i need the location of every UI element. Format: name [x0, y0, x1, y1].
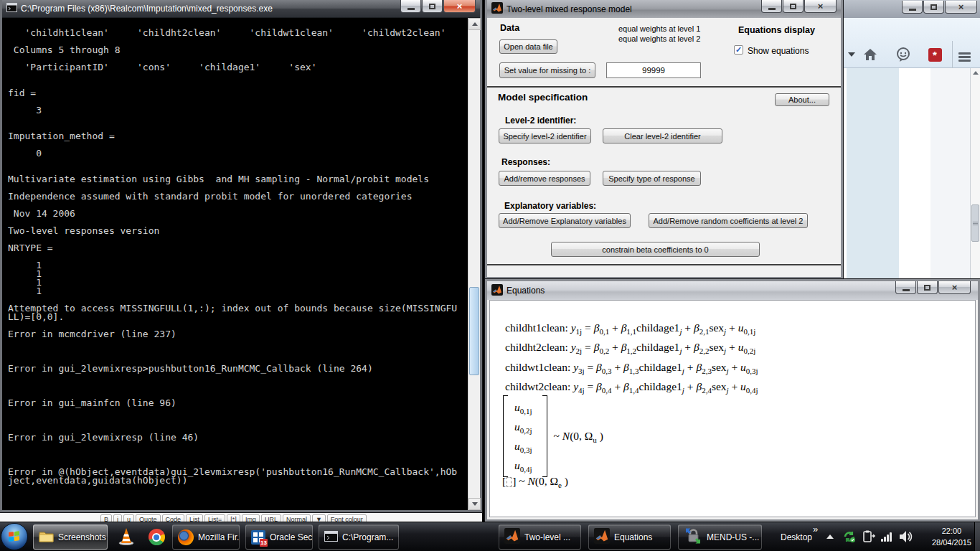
format-button[interactable]: Img: [242, 514, 260, 522]
add-remove-explanatory-button[interactable]: Add/Remove Explanatory variables: [499, 213, 631, 228]
equations-window: Equations × childht1clean: y1j = β0,1 + …: [485, 279, 980, 522]
show-equations-checkbox[interactable]: ✓: [734, 45, 743, 55]
minimize-icon[interactable]: [400, 0, 421, 13]
u-term: u0,2j: [514, 417, 532, 436]
format-button[interactable]: URL: [261, 514, 281, 522]
scrollbar-thumb[interactable]: [971, 204, 979, 242]
chevron-icon[interactable]: »: [813, 524, 818, 534]
about-button[interactable]: About...: [775, 93, 829, 106]
taskbar-item-mend-us[interactable]: MEND-US -...: [678, 524, 762, 550]
scrollbar-thumb[interactable]: [469, 287, 479, 375]
clear-level2-button[interactable]: Clear level-2 identifier: [603, 128, 722, 143]
close-icon[interactable]: ×: [938, 281, 971, 294]
specify-level2-button[interactable]: Specify level-2 identifier: [499, 128, 591, 143]
minimize-icon[interactable]: [761, 0, 782, 13]
chrome-icon: [149, 529, 165, 545]
close-icon[interactable]: ×: [804, 0, 837, 13]
format-button[interactable]: List: [186, 514, 203, 522]
u-vector-terms: u0,1ju0,2ju0,3ju0,4j: [508, 395, 542, 477]
volume-icon[interactable]: [898, 530, 913, 546]
close-icon[interactable]: ×: [945, 1, 977, 14]
equations-canvas: childht1clean: y1j = β0,1 + β1,1childage…: [489, 300, 976, 517]
console-titlebar[interactable]: C:\Program Files (x86)\Realcom\Imputatio…: [2, 0, 480, 18]
scroll-up-icon[interactable]: [468, 18, 481, 30]
menu-icon[interactable]: [958, 47, 974, 62]
restore-icon[interactable]: [422, 0, 443, 13]
home-icon[interactable]: [862, 47, 878, 62]
weights-note: equal weights at level 1 equal weights a…: [618, 24, 700, 44]
taskbar-item-equations[interactable]: Equations: [588, 524, 671, 550]
format-button[interactable]: List=: [204, 514, 225, 522]
taskbar-item-console[interactable]: C:\Program...: [319, 524, 399, 550]
vlc-icon: [118, 527, 135, 547]
taskbar-item-two-level[interactable]: Two-level ...: [499, 524, 581, 550]
console-output: 'childht1clean' 'childht2clean' 'childwt…: [2, 18, 468, 485]
format-button[interactable]: Font colour: [327, 514, 367, 522]
oracle-grid-icon: 13: [251, 530, 265, 545]
show-equations-label[interactable]: Show equations: [748, 46, 809, 56]
format-button[interactable]: Code: [162, 514, 185, 522]
taskbar-item-chrome[interactable]: [143, 524, 170, 550]
set-missing-button[interactable]: Set value for missing to :: [499, 62, 595, 78]
network-signal-icon[interactable]: [881, 532, 892, 542]
taskbar-item-vlc[interactable]: [113, 524, 140, 550]
equations-titlebar[interactable]: Equations ×: [487, 281, 978, 300]
matlab-icon: [594, 528, 610, 546]
format-button[interactable]: Normal: [283, 514, 311, 522]
console-output-area: 'childht1clean' 'childht2clean' 'childwt…: [2, 18, 468, 510]
constrain-beta-button[interactable]: constrain beta coefficients to 0: [551, 242, 760, 257]
console-scrollbar[interactable]: [468, 18, 480, 510]
model-titlebar[interactable]: Two-level mixed response model ×: [487, 0, 841, 18]
minimize-icon[interactable]: [902, 1, 923, 14]
taskbar-item-oracle[interactable]: 13 Oracle Sec...: [245, 524, 313, 550]
dropdown-caret-icon[interactable]: [844, 47, 859, 62]
e-distribution: [] ~ N(0, Ωe ): [502, 475, 568, 488]
explanatory-label: Explanatory variables:: [504, 201, 596, 211]
u-term: u0,4j: [514, 456, 532, 475]
desktop-toolbar[interactable]: Desktop: [781, 532, 812, 542]
format-button[interactable]: B: [100, 514, 112, 522]
data-section-heading: Data: [500, 23, 519, 33]
taskbar-item-screenshots[interactable]: Screenshots: [33, 524, 108, 550]
start-button[interactable]: [1, 523, 28, 550]
tray-clock[interactable]: 22:00 28/04/2015: [932, 525, 971, 548]
add-remove-responses-button[interactable]: Add/remove responses: [499, 171, 590, 186]
specify-type-button[interactable]: Specify type of response: [603, 171, 701, 186]
lastpass-icon[interactable]: *: [927, 47, 943, 62]
minimize-icon[interactable]: [895, 281, 916, 294]
show-desktop-button[interactable]: [974, 522, 980, 551]
level2-label: Level-2 identifier:: [505, 116, 576, 126]
missing-value-input[interactable]: 99999: [606, 62, 701, 78]
format-button[interactable]: ▼: [312, 514, 326, 522]
matlab-icon: [491, 2, 503, 16]
sync-tray-icon[interactable]: [842, 529, 857, 547]
format-button[interactable]: i: [113, 514, 122, 522]
desktop: × *: [0, 0, 980, 551]
scroll-down-icon[interactable]: [468, 498, 481, 510]
hidden-icons-button[interactable]: [826, 534, 834, 539]
equation: childwt1clean: y3j = β0,3 + β1,3childage…: [505, 357, 758, 377]
equation: childwt2clean: y4j = β0,4 + β1,4childage…: [505, 377, 758, 396]
device-tray-icon[interactable]: [862, 530, 875, 547]
maximize-icon[interactable]: [783, 0, 804, 13]
maximize-icon[interactable]: [917, 281, 938, 294]
format-button[interactable]: Quote: [136, 514, 161, 522]
equations-window-title: Equations: [507, 286, 545, 296]
equation: childht1clean: y1j = β0,1 + β1,1childage…: [505, 318, 758, 337]
firefox-toolbar: *: [838, 18, 980, 68]
format-button[interactable]: u: [123, 514, 134, 522]
format-buttons: BiuQuoteCodeListList=[*]ImgURLNormal▼Fon…: [100, 512, 368, 522]
clock-date: 28/04/2015: [932, 537, 971, 548]
responses-label: Responses:: [501, 157, 550, 167]
notification-badge: 13: [260, 539, 268, 547]
chat-icon[interactable]: [895, 47, 911, 62]
u-term: u0,1j: [514, 397, 532, 417]
u-term: u0,3j: [514, 436, 532, 456]
taskbar-item-firefox[interactable]: Mozilla Fir...: [172, 524, 240, 550]
close-icon[interactable]: ×: [443, 0, 476, 13]
firefox-titlebar[interactable]: ×: [838, 0, 980, 18]
restore-icon[interactable]: [923, 1, 944, 14]
format-button[interactable]: [*]: [227, 514, 240, 522]
add-remove-random-button[interactable]: Add/Remove random coefficients at level …: [649, 213, 808, 228]
open-data-file-button[interactable]: Open data file: [499, 39, 557, 54]
